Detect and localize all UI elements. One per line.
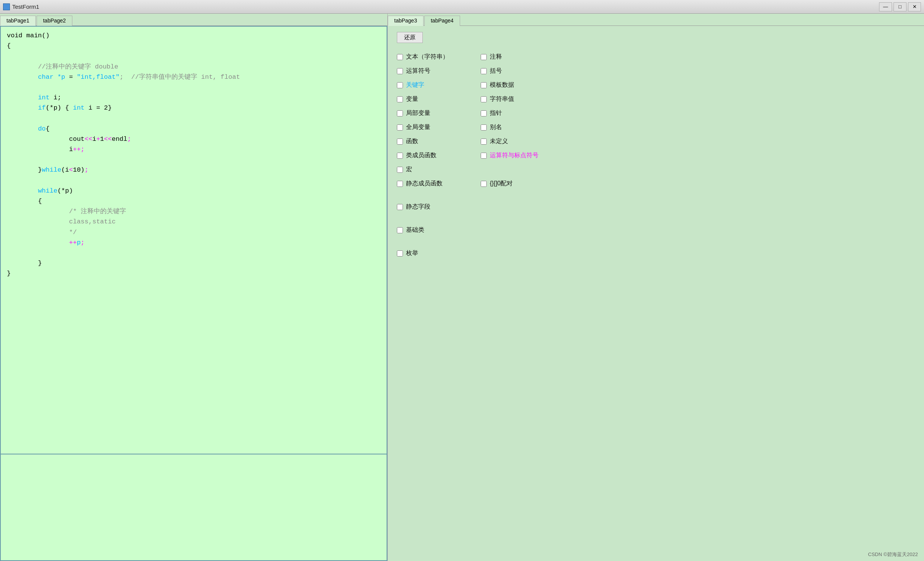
checkbox-keyword[interactable]: 关键字 <box>397 79 481 91</box>
checkbox-enum[interactable]: 枚举 <box>397 247 481 260</box>
checkbox-alias-input[interactable] <box>481 124 487 131</box>
maximize-button[interactable]: □ <box>894 2 906 11</box>
code-content: void main() { //注释中的关键字 double char *p =… <box>7 30 380 279</box>
title-bar-left: TestForm1 <box>3 3 39 10</box>
app-icon <box>3 3 10 10</box>
checkbox-template[interactable]: 模板数据 <box>481 79 564 91</box>
checkbox-opsym[interactable]: 运算符与标点符号 <box>481 149 564 162</box>
checkbox-base-input[interactable] <box>397 227 403 233</box>
checkbox-alias-label: 别名 <box>490 123 502 131</box>
checkbox-static-method-input[interactable] <box>397 181 403 187</box>
checkbox-undefined[interactable]: 未定义 <box>481 135 564 148</box>
watermark: CSDN ©碧海蓝天2022 <box>868 551 918 558</box>
checkbox-comment[interactable]: 注释 <box>481 51 564 63</box>
checkbox-opsym-label: 运算符与标点符号 <box>490 151 539 159</box>
checkbox-alias[interactable]: 别名 <box>481 121 564 134</box>
checkbox-strval[interactable]: 字符串值 <box>481 93 564 105</box>
checkbox-localvar[interactable]: 局部变量 <box>397 107 481 120</box>
checkbox-globalvar-input[interactable] <box>397 124 403 131</box>
checkbox-member-label: 类成员函数 <box>406 151 436 159</box>
tab-page4[interactable]: tabPage4 <box>424 16 460 26</box>
checkbox-template-input[interactable] <box>481 82 487 88</box>
checkbox-undefined-input[interactable] <box>481 139 487 145</box>
checkbox-brace[interactable]: {}[]0配对 <box>481 177 564 190</box>
checkbox-static-field-input[interactable] <box>397 204 403 210</box>
tab-page2[interactable]: tabPage2 <box>37 16 72 26</box>
checkbox-brace-label: {}[]0配对 <box>490 180 513 188</box>
right-content: 还原 文本（字符串） 注释 运算符号 括号 <box>388 26 924 561</box>
checkbox-pointer-label: 指针 <box>490 109 502 117</box>
checkbox-empty3 <box>481 224 564 236</box>
checkbox-member[interactable]: 类成员函数 <box>397 149 481 162</box>
checkbox-function-label: 函数 <box>406 137 418 145</box>
checkbox-strval-label: 字符串值 <box>490 95 514 103</box>
checkbox-enum-label: 枚举 <box>406 249 418 257</box>
checkbox-globalvar-label: 全局变量 <box>406 123 430 131</box>
tab-page3[interactable]: tabPage3 <box>388 16 424 26</box>
checkbox-base-label: 基础类 <box>406 226 424 234</box>
checkbox-strval-input[interactable] <box>481 96 487 102</box>
right-panel: tabPage3 tabPage4 还原 文本（字符串） 注释 运算符号 <box>388 14 924 561</box>
close-button[interactable]: ✕ <box>908 2 921 11</box>
checkbox-bracket-input[interactable] <box>481 68 487 74</box>
checkbox-variable-input[interactable] <box>397 96 403 102</box>
app-title: TestForm1 <box>12 3 39 10</box>
checkbox-macro-label: 宏 <box>406 166 412 174</box>
checkbox-undefined-label: 未定义 <box>490 137 508 145</box>
code-editor[interactable]: void main() { //注释中的关键字 double char *p =… <box>0 26 387 454</box>
checkbox-keyword-input[interactable] <box>397 82 403 88</box>
left-tab-bar: tabPage1 tabPage2 <box>0 14 387 26</box>
checkbox-comment-label: 注释 <box>490 53 502 61</box>
checkbox-static-method-label: 静态成员函数 <box>406 180 443 188</box>
checkbox-function-input[interactable] <box>397 139 403 145</box>
checkbox-static-field-label: 静态字段 <box>406 203 430 211</box>
checkbox-pointer[interactable]: 指针 <box>481 107 564 120</box>
checkbox-text-input[interactable] <box>397 54 403 60</box>
checkbox-static-field[interactable]: 静态字段 <box>397 201 481 213</box>
minimize-button[interactable]: — <box>879 2 892 11</box>
checkbox-globalvar[interactable]: 全局变量 <box>397 121 481 134</box>
checkbox-static-method[interactable]: 静态成员函数 <box>397 177 481 190</box>
checkbox-enum-input[interactable] <box>397 250 403 257</box>
checkbox-operator[interactable]: 运算符号 <box>397 65 481 77</box>
title-bar-buttons: — □ ✕ <box>879 2 921 11</box>
checkbox-variable[interactable]: 变量 <box>397 93 481 105</box>
separator6 <box>481 238 564 245</box>
checkbox-template-label: 模板数据 <box>490 81 514 89</box>
main-container: tabPage1 tabPage2 void main() { //注释中的关键… <box>0 14 924 561</box>
title-bar: TestForm1 — □ ✕ <box>0 0 924 14</box>
checkbox-operator-input[interactable] <box>397 68 403 74</box>
checkbox-localvar-label: 局部变量 <box>406 109 430 117</box>
checkbox-keyword-label: 关键字 <box>406 81 424 89</box>
checkbox-variable-label: 变量 <box>406 95 418 103</box>
left-panel: tabPage1 tabPage2 void main() { //注释中的关键… <box>0 14 388 561</box>
checkbox-text-label: 文本（字符串） <box>406 53 449 61</box>
checkbox-macro[interactable]: 宏 <box>397 163 481 176</box>
checkbox-grid: 文本（字符串） 注释 运算符号 括号 关键字 <box>397 51 915 260</box>
checkbox-pointer-input[interactable] <box>481 110 487 116</box>
separator4 <box>481 215 564 222</box>
separator1 <box>397 191 481 199</box>
checkbox-text[interactable]: 文本（字符串） <box>397 51 481 63</box>
checkbox-bracket-label: 括号 <box>490 67 502 75</box>
separator3 <box>397 215 481 222</box>
checkbox-localvar-input[interactable] <box>397 110 403 116</box>
checkbox-operator-label: 运算符号 <box>406 67 430 75</box>
checkbox-member-input[interactable] <box>397 153 403 159</box>
checkbox-empty1 <box>481 163 564 176</box>
checkbox-function[interactable]: 函数 <box>397 135 481 148</box>
checkbox-opsym-input[interactable] <box>481 153 487 159</box>
checkbox-comment-input[interactable] <box>481 54 487 60</box>
separator5 <box>397 238 481 245</box>
right-tab-bar: tabPage3 tabPage4 <box>388 14 924 26</box>
checkbox-brace-input[interactable] <box>481 181 487 187</box>
checkbox-empty4 <box>481 247 564 260</box>
checkbox-macro-input[interactable] <box>397 167 403 173</box>
tab-page1[interactable]: tabPage1 <box>0 16 36 26</box>
checkbox-base[interactable]: 基础类 <box>397 224 481 236</box>
separator2 <box>481 191 564 199</box>
checkbox-empty2 <box>481 201 564 213</box>
empty-code-area <box>0 454 387 561</box>
checkbox-bracket[interactable]: 括号 <box>481 65 564 77</box>
restore-button[interactable]: 还原 <box>397 32 423 43</box>
